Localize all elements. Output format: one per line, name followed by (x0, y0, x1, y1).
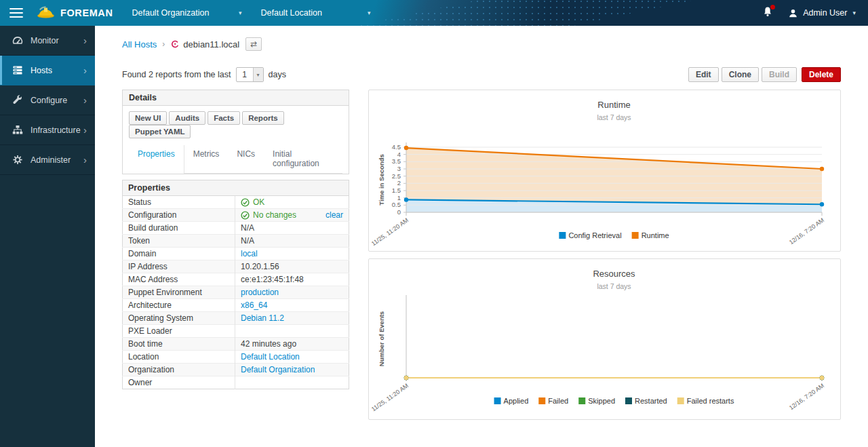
location-label: Default Location (261, 8, 322, 18)
table-row: Boot time42 minutes ago (123, 338, 349, 351)
notifications-button[interactable] (762, 6, 773, 20)
property-value: 10.20.1.56 (235, 260, 349, 273)
organization-label: Default Organization (132, 8, 210, 18)
resources-chart: Resourceslast 7 days11/25, 11:20 AM12/16… (369, 259, 840, 419)
property-value: N/A (235, 235, 349, 248)
table-row: Domainlocal (123, 248, 349, 260)
svg-text:0.5: 0.5 (392, 201, 401, 208)
sitemap-icon (12, 125, 24, 136)
audits-button[interactable]: Audits (169, 111, 205, 125)
properties-table-title: Properties (123, 180, 349, 196)
table-row: LocationDefault Location (123, 351, 349, 364)
location-dropdown[interactable]: Default Location ▾ (261, 8, 371, 18)
chevron-down-icon: ▾ (852, 9, 856, 16)
days-select[interactable]: 1 ▾ (236, 67, 264, 82)
clone-button[interactable]: Clone (722, 67, 759, 82)
table-row: PXE Loader (123, 325, 349, 338)
sidebar-item-hosts[interactable]: Hosts › (0, 56, 95, 85)
svg-text:Failed restarts: Failed restarts (687, 397, 734, 405)
table-row: StatusOK (123, 196, 349, 209)
hardhat-icon (37, 5, 55, 22)
property-value: clearNo changes (235, 209, 349, 222)
user-name: Admin User (803, 8, 847, 18)
days-select-value: 1 (237, 68, 253, 81)
svg-text:Config Retrieval: Config Retrieval (568, 231, 621, 239)
svg-text:3.5: 3.5 (392, 157, 401, 165)
property-value-link[interactable]: local (241, 249, 258, 258)
property-label: Domain (123, 248, 235, 260)
svg-text:last 7 days: last 7 days (597, 113, 631, 121)
sidebar-item-label: Infrastructure (31, 125, 81, 135)
tab-metrics[interactable]: Metrics (184, 145, 229, 173)
property-value[interactable]: Default Organization (235, 364, 349, 376)
chevron-right-icon: › (83, 154, 87, 166)
tab-properties[interactable]: Properties (129, 145, 184, 174)
svg-text:Number of Events: Number of Events (378, 311, 385, 366)
property-label: Token (123, 235, 235, 248)
ok-circle-icon (241, 211, 250, 220)
organization-dropdown[interactable]: Default Organization ▾ (132, 8, 242, 18)
resources-chart-panel: Resourceslast 7 days11/25, 11:20 AM12/16… (368, 258, 841, 420)
sidebar-nav: Monitor › Hosts › Configure › (0, 26, 95, 447)
table-row: Puppet Environmentproduction (123, 286, 349, 299)
reports-button[interactable]: Reports (242, 111, 283, 125)
property-value[interactable]: Debian 11.2 (235, 312, 349, 325)
facts-button[interactable]: Facts (208, 111, 240, 125)
user-icon (788, 8, 798, 18)
property-value[interactable]: x86_64 (235, 299, 349, 312)
chevron-right-icon: › (83, 124, 87, 136)
details-tabs: PropertiesMetricsNICsInitial configurati… (129, 145, 342, 174)
property-value[interactable]: production (235, 286, 349, 299)
new-ui-button[interactable]: New UI (129, 111, 167, 125)
property-value-link[interactable]: Debian 11.2 (241, 313, 284, 323)
property-value (235, 376, 349, 389)
host-switcher-button[interactable]: ⇄ (245, 37, 262, 51)
details-panel-title: Details (123, 90, 349, 106)
table-row: Architecturex86_64 (123, 299, 349, 312)
property-value: OK (235, 196, 349, 209)
svg-text:Restarted: Restarted (635, 397, 667, 405)
runtime-chart: Runtimelast 7 days00.511.522.533.544.511… (369, 90, 840, 251)
property-value-link[interactable]: Default Location (241, 352, 300, 362)
svg-text:4: 4 (397, 151, 401, 158)
svg-text:2: 2 (397, 179, 401, 187)
property-value-link[interactable]: Default Organization (241, 365, 315, 374)
brand-name: FOREMAN (60, 7, 113, 18)
clear-link[interactable]: clear (326, 210, 343, 220)
svg-text:Skipped: Skipped (588, 397, 615, 405)
property-value-link[interactable]: production (241, 288, 279, 297)
svg-text:12/16, 7:20 AM: 12/16, 7:20 AM (788, 382, 825, 411)
property-value[interactable]: Default Location (235, 351, 349, 364)
property-value[interactable]: local (235, 248, 349, 260)
delete-button[interactable]: Delete (802, 67, 841, 82)
sidebar-item-infrastructure[interactable]: Infrastructure › (0, 115, 95, 145)
sidebar-item-monitor[interactable]: Monitor › (0, 26, 95, 56)
table-row: Operating SystemDebian 11.2 (123, 312, 349, 325)
tab-nics[interactable]: NICs (228, 145, 264, 173)
sidebar-item-configure[interactable]: Configure › (0, 85, 95, 115)
user-menu[interactable]: Admin User ▾ (788, 8, 856, 18)
property-value (235, 325, 349, 338)
report-summary: Found 2 reports from the last 1 ▾ days (122, 67, 286, 82)
tab-initial-configuration[interactable]: Initial configuration (264, 145, 342, 173)
host-actions: Edit Clone Build Delete (686, 67, 841, 82)
properties-table: Properties StatusOKConfigurationclearNo … (122, 180, 349, 389)
table-row: IP Address10.20.1.56 (123, 260, 349, 273)
foreman-logo[interactable]: FOREMAN (37, 5, 113, 22)
puppet-yaml-button[interactable]: Puppet YAML (129, 125, 191, 138)
breadcrumb-separator: › (162, 39, 165, 49)
table-row: Build durationN/A (123, 222, 349, 235)
details-buttons: New UIAuditsFactsReportsPuppet YAML (129, 111, 342, 138)
svg-text:Failed: Failed (548, 397, 568, 405)
sidebar-item-administer[interactable]: Administer › (0, 145, 95, 175)
table-row: TokenN/A (123, 235, 349, 248)
property-value-link[interactable]: x86_64 (241, 300, 267, 310)
breadcrumb-all-hosts-link[interactable]: All Hosts (122, 39, 157, 50)
hamburger-menu-icon[interactable] (9, 5, 23, 20)
notification-badge (770, 5, 775, 9)
svg-text:2.5: 2.5 (392, 172, 401, 180)
svg-text:Resources: Resources (593, 269, 635, 279)
svg-text:0: 0 (397, 208, 401, 216)
breadcrumb: All Hosts › debian11.local ⇄ (122, 37, 841, 51)
edit-button[interactable]: Edit (688, 67, 719, 82)
